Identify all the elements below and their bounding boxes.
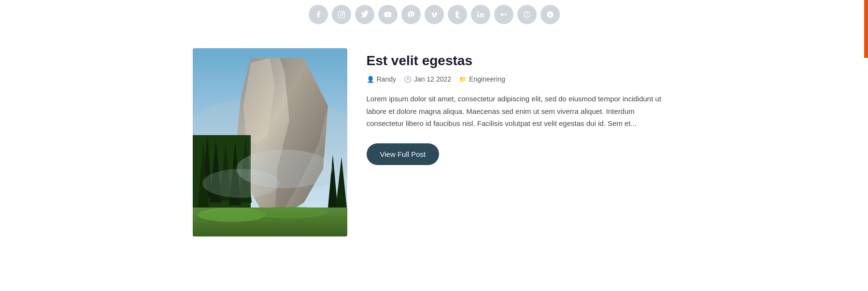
extra-social-icon[interactable]: [541, 5, 560, 24]
post-meta: 👤 Randy 🕐 Jan 12 2022 📁 Engineering: [367, 75, 676, 83]
person-icon: 👤: [367, 76, 374, 83]
post-image: [193, 48, 347, 236]
post-title: Est velit egestas: [367, 53, 676, 69]
main-content: Est velit egestas 👤 Randy 🕐 Jan 12 2022 …: [96, 34, 772, 265]
post-category: Engineering: [469, 75, 505, 83]
youtube-icon[interactable]: [378, 5, 398, 24]
date-meta: 🕐 Jan 12 2022: [404, 75, 451, 83]
svg-point-5: [501, 13, 503, 15]
svg-point-4: [477, 11, 479, 13]
author-meta: 👤 Randy: [367, 75, 396, 83]
svg-point-1: [340, 13, 342, 15]
post-content: Est velit egestas 👤 Randy 🕐 Jan 12 2022 …: [367, 48, 676, 165]
post-excerpt: Lorem ipsum dolor sit amet, consectetur …: [367, 93, 666, 130]
folder-icon: 📁: [459, 76, 467, 83]
twitter-icon[interactable]: [355, 5, 374, 24]
scribd-icon[interactable]: [517, 5, 537, 24]
tumblr-icon[interactable]: [448, 5, 467, 24]
svg-point-6: [504, 13, 506, 15]
flickr-icon[interactable]: [494, 5, 513, 24]
svg-point-25: [202, 169, 280, 198]
category-meta: 📁 Engineering: [459, 75, 505, 83]
post-card: Est velit egestas 👤 Randy 🕐 Jan 12 2022 …: [193, 48, 676, 236]
scroll-indicator: [864, 0, 868, 58]
vimeo-icon[interactable]: [425, 5, 444, 24]
post-author: Randy: [377, 75, 396, 83]
linkedin-icon[interactable]: [471, 5, 490, 24]
social-bar: [0, 0, 868, 34]
svg-point-2: [343, 13, 343, 13]
clock-icon: 🕐: [404, 76, 412, 83]
facebook-icon[interactable]: [309, 5, 328, 24]
post-date: Jan 12 2022: [414, 75, 451, 83]
pinterest-icon[interactable]: [401, 5, 421, 24]
view-full-post-button[interactable]: View Full Post: [367, 143, 440, 165]
instagram-icon[interactable]: [332, 5, 351, 24]
svg-rect-0: [338, 11, 344, 17]
svg-point-23: [251, 207, 328, 218]
